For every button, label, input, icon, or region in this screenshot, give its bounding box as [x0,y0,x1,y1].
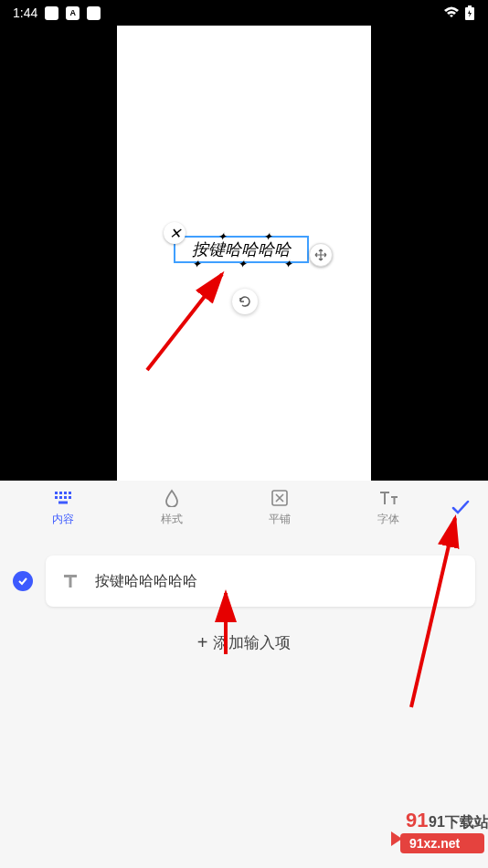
add-input-button[interactable]: + 添加输入项 [0,632,488,653]
svg-rect-8 [59,496,62,499]
svg-rect-6 [69,492,71,494]
close-icon[interactable]: ✕ [164,222,186,244]
text-input-card[interactable] [46,556,475,607]
tab-tile[interactable]: 平铺 [226,488,334,527]
text-icon [62,573,79,589]
style-icon [162,488,182,508]
selected-indicator[interactable] [13,571,33,591]
tab-style-label: 样式 [161,512,183,527]
tile-icon [270,488,290,508]
annotation-arrow-1 [140,265,231,375]
svg-rect-7 [55,496,58,499]
svg-rect-10 [69,496,71,499]
input-row [13,556,475,607]
add-input-label: 添加输入项 [213,632,291,653]
svg-rect-11 [58,501,68,503]
svg-rect-4 [59,492,62,494]
undo-button[interactable] [232,289,258,314]
tabs: 内容 样式 平铺 字体 [0,481,488,534]
svg-text:91: 91 [406,809,428,831]
checkmark-icon [17,577,28,586]
check-icon [451,499,471,515]
status-left: 1:44 A [13,5,101,20]
tab-tile-label: 平铺 [269,512,291,527]
text-input[interactable] [95,573,459,589]
annotation-arrow-3 [402,511,466,712]
tab-content[interactable]: 内容 [9,488,118,527]
svg-line-2 [147,274,222,370]
status-indicator-2 [87,6,101,20]
canvas[interactable]: 按键哈哈哈哈 ✕ ✦ ✦ ✦ ✦ ✦ [117,26,371,481]
battery-icon [464,5,475,20]
status-time: 1:44 [13,5,37,20]
plus-icon: + [197,632,208,653]
svg-rect-5 [64,492,67,494]
canvas-area: 按键哈哈哈哈 ✕ ✦ ✦ ✦ ✦ ✦ [0,26,488,481]
tab-font[interactable]: 字体 [334,488,443,527]
svg-rect-1 [468,5,472,7]
status-indicator-a: A [66,6,80,20]
tab-style[interactable]: 样式 [118,488,227,527]
wifi-icon [443,6,460,19]
content-icon [53,488,73,508]
watermark: 91 91下载站 91xz.net [378,804,488,868]
undo-icon [238,294,252,309]
move-handle-icon[interactable] [309,243,333,267]
svg-text:91下载站: 91下载站 [429,814,488,830]
tab-font-label: 字体 [377,512,399,527]
svg-text:91xz.net: 91xz.net [409,836,461,851]
font-icon [378,488,398,508]
svg-line-14 [411,518,455,707]
status-indicator-1 [45,6,58,20]
confirm-button[interactable] [442,499,479,515]
text-element[interactable]: 按键哈哈哈哈 ✕ ✦ ✦ ✦ ✦ ✦ [174,236,309,263]
status-bar: 1:44 A [0,0,488,26]
svg-rect-9 [64,496,67,499]
tab-content-label: 内容 [52,512,74,527]
status-right [443,5,475,20]
svg-rect-3 [55,492,58,494]
